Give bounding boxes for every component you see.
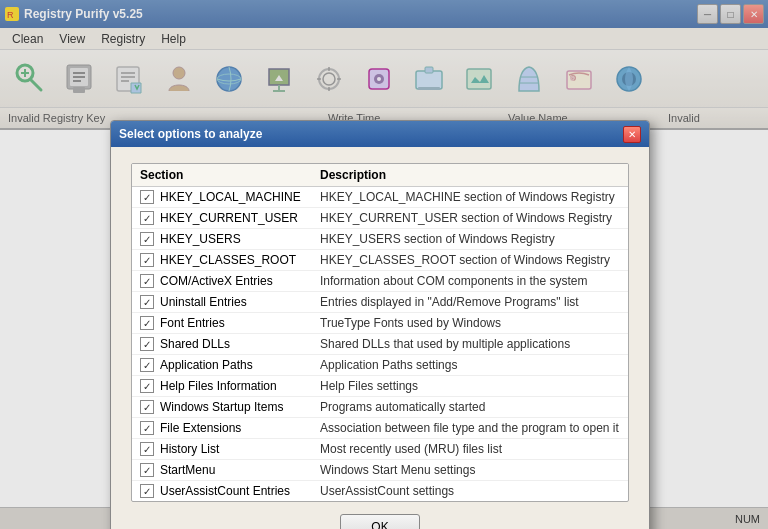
item-desc-8: Application Paths settings <box>320 358 620 372</box>
checkbox-8[interactable]: ✓ <box>140 358 154 372</box>
item-desc-11: Association between file type and the pr… <box>320 421 620 435</box>
checkbox-0[interactable]: ✓ <box>140 190 154 204</box>
item-section-5: Uninstall Entries <box>160 295 320 309</box>
list-item[interactable]: ✓ HKEY_USERS HKEY_USERS section of Windo… <box>132 229 628 250</box>
checkbox-3[interactable]: ✓ <box>140 253 154 267</box>
item-section-0: HKEY_LOCAL_MACHINE <box>160 190 320 204</box>
checkbox-10[interactable]: ✓ <box>140 400 154 414</box>
item-section-12: History List <box>160 442 320 456</box>
list-item[interactable]: ✓ HKEY_CLASSES_ROOT HKEY_CLASSES_ROOT se… <box>132 250 628 271</box>
item-section-9: Help Files Information <box>160 379 320 393</box>
list-item[interactable]: ✓ History List Most recently used (MRU) … <box>132 439 628 460</box>
checkbox-5[interactable]: ✓ <box>140 295 154 309</box>
dialog-close-button[interactable]: ✕ <box>623 126 641 143</box>
item-desc-7: Shared DLLs that used by multiple applic… <box>320 337 620 351</box>
dialog-body: Section Description ✓ HKEY_LOCAL_MACHINE… <box>111 147 649 529</box>
checkbox-9[interactable]: ✓ <box>140 379 154 393</box>
item-section-6: Font Entries <box>160 316 320 330</box>
item-desc-3: HKEY_CLASSES_ROOT section of Windows Reg… <box>320 253 620 267</box>
item-section-7: Shared DLLs <box>160 337 320 351</box>
list-item[interactable]: ✓ Font Entries TrueType Fonts used by Wi… <box>132 313 628 334</box>
checkbox-1[interactable]: ✓ <box>140 211 154 225</box>
item-section-1: HKEY_CURRENT_USER <box>160 211 320 225</box>
item-desc-14: UserAssistCount settings <box>320 484 620 498</box>
dialog-title-bar: Select options to analyze ✕ <box>111 121 649 147</box>
checkbox-11[interactable]: ✓ <box>140 421 154 435</box>
ok-button[interactable]: OK <box>340 514 420 529</box>
item-section-11: File Extensions <box>160 421 320 435</box>
list-item[interactable]: ✓ Application Paths Application Paths se… <box>132 355 628 376</box>
item-section-10: Windows Startup Items <box>160 400 320 414</box>
item-desc-2: HKEY_USERS section of Windows Registry <box>320 232 620 246</box>
dialog-footer: OK <box>131 502 629 529</box>
checkbox-2[interactable]: ✓ <box>140 232 154 246</box>
item-desc-12: Most recently used (MRU) files list <box>320 442 620 456</box>
item-desc-13: Windows Start Menu settings <box>320 463 620 477</box>
checkbox-6[interactable]: ✓ <box>140 316 154 330</box>
list-item[interactable]: ✓ Windows Startup Items Programs automat… <box>132 397 628 418</box>
list-item[interactable]: ✓ File Extensions Association between fi… <box>132 418 628 439</box>
item-desc-4: Information about COM components in the … <box>320 274 620 288</box>
item-section-13: StartMenu <box>160 463 320 477</box>
item-section-8: Application Paths <box>160 358 320 372</box>
item-desc-6: TrueType Fonts used by Windows <box>320 316 620 330</box>
checkbox-13[interactable]: ✓ <box>140 463 154 477</box>
list-item[interactable]: ✓ UserAssistCount Entries UserAssistCoun… <box>132 481 628 501</box>
checkbox-4[interactable]: ✓ <box>140 274 154 288</box>
list-item[interactable]: ✓ HKEY_LOCAL_MACHINE HKEY_LOCAL_MACHINE … <box>132 187 628 208</box>
options-dialog: Select options to analyze ✕ Section Desc… <box>110 120 650 529</box>
checkbox-14[interactable]: ✓ <box>140 484 154 498</box>
options-list: Section Description ✓ HKEY_LOCAL_MACHINE… <box>131 163 629 502</box>
list-item[interactable]: ✓ Uninstall Entries Entries displayed in… <box>132 292 628 313</box>
list-header-section: Section <box>140 168 320 182</box>
list-item[interactable]: ✓ Shared DLLs Shared DLLs that used by m… <box>132 334 628 355</box>
item-desc-9: Help Files settings <box>320 379 620 393</box>
item-section-2: HKEY_USERS <box>160 232 320 246</box>
list-item[interactable]: ✓ Help Files Information Help Files sett… <box>132 376 628 397</box>
list-item[interactable]: ✓ HKEY_CURRENT_USER HKEY_CURRENT_USER se… <box>132 208 628 229</box>
checkbox-7[interactable]: ✓ <box>140 337 154 351</box>
item-desc-10: Programs automatically started <box>320 400 620 414</box>
item-desc-5: Entries displayed in "Add/Remove Program… <box>320 295 620 309</box>
item-section-14: UserAssistCount Entries <box>160 484 320 498</box>
list-header-description: Description <box>320 168 620 182</box>
dialog-title: Select options to analyze <box>119 127 623 141</box>
list-items-container: ✓ HKEY_LOCAL_MACHINE HKEY_LOCAL_MACHINE … <box>132 187 628 501</box>
item-section-4: COM/ActiveX Entries <box>160 274 320 288</box>
item-desc-0: HKEY_LOCAL_MACHINE section of Windows Re… <box>320 190 620 204</box>
list-item[interactable]: ✓ COM/ActiveX Entries Information about … <box>132 271 628 292</box>
list-header: Section Description <box>132 164 628 187</box>
item-section-3: HKEY_CLASSES_ROOT <box>160 253 320 267</box>
item-desc-1: HKEY_CURRENT_USER section of Windows Reg… <box>320 211 620 225</box>
list-item[interactable]: ✓ StartMenu Windows Start Menu settings <box>132 460 628 481</box>
checkbox-12[interactable]: ✓ <box>140 442 154 456</box>
